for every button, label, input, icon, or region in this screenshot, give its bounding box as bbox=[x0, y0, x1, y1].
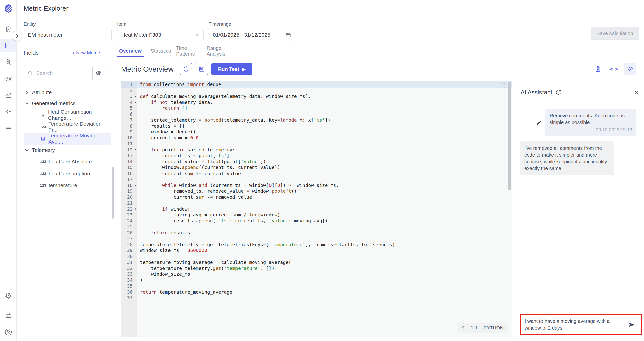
code-line[interactable]: 36return temperature_moving_average bbox=[121, 289, 512, 295]
save-calculation-button[interactable]: Save calculation bbox=[591, 27, 639, 40]
nav-item-metric-explorer[interactable] bbox=[0, 39, 16, 52]
timerange-input[interactable]: 01/01/2025 - 31/12/2025 bbox=[209, 29, 295, 41]
run-test-button[interactable]: Run Test ▶ bbox=[211, 63, 252, 75]
code-text: temperature_telemetry = get_telemetries(… bbox=[137, 242, 395, 248]
code-line[interactable]: 21 bbox=[121, 200, 512, 206]
tab-overview[interactable]: Overview bbox=[115, 45, 146, 57]
copy-code-button[interactable] bbox=[592, 63, 604, 75]
edit-message-button[interactable] bbox=[536, 120, 542, 126]
chevron-left-icon[interactable] bbox=[462, 326, 465, 330]
code-line[interactable]: 10 current_sum = 0.0 bbox=[121, 135, 512, 141]
nav-item-formula[interactable]: √x bbox=[0, 72, 16, 85]
close-icon[interactable] bbox=[633, 89, 639, 95]
nav-item-account[interactable] bbox=[0, 323, 16, 341]
fold-marker[interactable]: ▾ bbox=[135, 147, 137, 153]
hide-fields-button[interactable] bbox=[92, 66, 105, 80]
code-line[interactable]: 22▾ if window: bbox=[121, 206, 512, 212]
code-line[interactable]: 27 bbox=[121, 236, 512, 242]
code-line[interactable]: 13 current_ts = point['ts'] bbox=[121, 153, 512, 159]
code-view-button[interactable]: < > bbox=[608, 63, 620, 75]
code-line[interactable]: 15 window.append((current_ts, current_va… bbox=[121, 164, 512, 170]
tab-statistics[interactable]: Statistics bbox=[146, 45, 176, 57]
code-line[interactable]: 7 sorted_telemetry = sorted(telemetry_da… bbox=[121, 117, 512, 123]
reset-chat-icon[interactable] bbox=[555, 89, 562, 96]
code-line[interactable]: 4▾ if not telemetry_data: bbox=[121, 99, 512, 105]
save-metric-button[interactable] bbox=[196, 63, 208, 75]
nav-item-preferences[interactable] bbox=[0, 309, 16, 323]
sidebar-expand-button[interactable] bbox=[12, 31, 22, 41]
code-line[interactable]: 26 return results bbox=[121, 230, 512, 236]
code-line[interactable]: 35 bbox=[121, 283, 512, 289]
chat-input[interactable]: I want to have a moving average with a w… bbox=[525, 318, 625, 331]
editor-scrollbar[interactable] bbox=[508, 82, 511, 190]
tree-item-temperature-moving-aver[interactable]: Temperature Moving Aver... bbox=[24, 133, 111, 145]
tree-item-label: Temperature Deviation Fr... bbox=[48, 121, 111, 133]
tree-item-temperature-deviation-fr[interactable]: 123Temperature Deviation Fr... bbox=[24, 121, 111, 133]
fields-scrollbar[interactable] bbox=[112, 167, 114, 219]
send-button[interactable] bbox=[628, 321, 636, 328]
code-line[interactable]: 6 bbox=[121, 111, 512, 117]
code-line[interactable]: 18▾ while window and (current_ts - windo… bbox=[121, 182, 512, 188]
code-line[interactable]: 14 current_value = float(point['value']) bbox=[121, 159, 512, 165]
code-line[interactable]: 33 window_size_ms bbox=[121, 271, 512, 277]
code-line[interactable]: 16 current_sum += current_value bbox=[121, 170, 512, 177]
tree-item-heatconsumption[interactable]: 123heatConsumption bbox=[24, 167, 111, 179]
refresh-button[interactable] bbox=[180, 63, 192, 75]
code-line[interactable]: 37 bbox=[121, 295, 512, 301]
code-line[interactable]: 30 bbox=[121, 253, 512, 260]
tree-item-temperature[interactable]: 123temperature bbox=[24, 179, 111, 191]
item-select[interactable]: Heat Meter F303 bbox=[117, 29, 204, 41]
tab-time-patterns[interactable]: Time Patterns bbox=[176, 45, 207, 57]
code-line[interactable]: 20 current_sum -= removed_value bbox=[121, 194, 512, 200]
tree-group-generated-metrics[interactable]: Generated metrics bbox=[24, 98, 111, 109]
code-line[interactable]: 28temperature_telemetry = get_telemetrie… bbox=[121, 242, 512, 248]
nav-item-ai-sparkles[interactable] bbox=[0, 105, 16, 119]
app-logo[interactable] bbox=[0, 0, 16, 17]
tree-item-heatconsabsolute[interactable]: 123heatConsAbsolute bbox=[24, 156, 111, 167]
chevron-right-icon bbox=[25, 91, 29, 94]
code-editor[interactable]: 1from collections import deque23▾def cal… bbox=[121, 81, 512, 337]
code-line[interactable]: 31temperature_moving_average = calculate… bbox=[121, 259, 512, 265]
line-number: 34 bbox=[121, 277, 137, 283]
tree-group-telemetry[interactable]: Telemetry bbox=[24, 145, 111, 156]
tree-item-heat-consumption-change[interactable]: Heat Consumption Change... bbox=[24, 109, 111, 121]
entity-select[interactable]: EM heat meter bbox=[24, 29, 112, 41]
fold-marker[interactable]: ▾ bbox=[135, 182, 137, 188]
code-line[interactable]: 9 window = deque() bbox=[121, 129, 512, 135]
code-line[interactable]: 11 bbox=[121, 141, 512, 147]
code-line[interactable]: 25 bbox=[121, 224, 512, 230]
page-title: Metric Explorer bbox=[24, 5, 69, 12]
code-line[interactable]: 17 bbox=[121, 176, 512, 182]
entity-label: Entity bbox=[24, 21, 112, 27]
fold-marker[interactable]: ▾ bbox=[135, 99, 137, 105]
language-label[interactable]: PYTHON bbox=[484, 325, 503, 331]
fold-marker[interactable]: ▾ bbox=[135, 206, 137, 212]
line-number: 32 bbox=[121, 265, 137, 271]
code-line[interactable]: 5 return [] bbox=[121, 105, 512, 111]
fullscreen-icon[interactable] bbox=[499, 83, 505, 89]
code-line[interactable]: 32 temperature_telemetry.get('temperatur… bbox=[121, 265, 512, 271]
code-line[interactable]: 1from collections import deque bbox=[121, 81, 512, 88]
code-line[interactable]: 23 moving_avg = current_sum / len(window… bbox=[121, 212, 512, 218]
fold-marker[interactable]: ▾ bbox=[135, 93, 137, 99]
tree-group-attribute[interactable]: Attribute bbox=[24, 87, 111, 98]
code-line[interactable]: 19 removed_ts, removed_value = window.po… bbox=[121, 188, 512, 194]
code-line[interactable]: 12▾ for point in sorted_telemetry: bbox=[121, 147, 512, 153]
chevron-down-icon bbox=[196, 34, 200, 36]
code-line[interactable]: 3▾def calculate_moving_average(telemetry… bbox=[121, 93, 512, 99]
chart-icon bbox=[40, 112, 46, 117]
code-line[interactable]: 34) bbox=[121, 277, 512, 283]
code-line[interactable]: 2 bbox=[121, 88, 512, 94]
nav-item-settings[interactable]: ⚙ bbox=[0, 289, 16, 303]
code-line[interactable]: 29window_size_ms = 3600000 bbox=[121, 247, 512, 253]
search-input[interactable] bbox=[24, 66, 87, 80]
tree-group-label: Generated metrics bbox=[32, 100, 76, 106]
code-line[interactable]: 24 results.append({'ts': current_ts, 'va… bbox=[121, 218, 512, 224]
nav-item-menu[interactable] bbox=[0, 122, 16, 135]
new-metric-button[interactable]: + New Metric bbox=[67, 47, 105, 59]
nav-item-metric-search[interactable] bbox=[0, 55, 16, 69]
code-line[interactable]: 8 results = [] bbox=[121, 123, 512, 129]
ai-assistant-button[interactable] bbox=[624, 63, 636, 75]
tab-range-analysis[interactable]: Range Analysis bbox=[207, 45, 237, 57]
nav-item-trends[interactable] bbox=[0, 89, 16, 102]
